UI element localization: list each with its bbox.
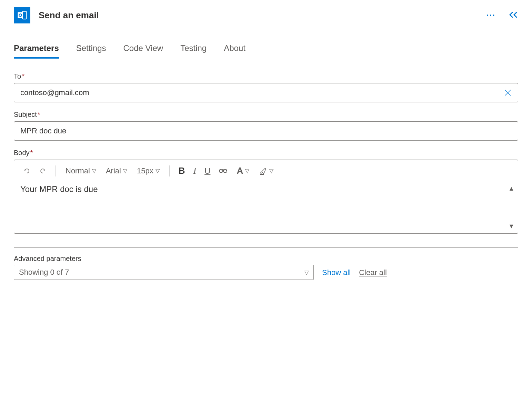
font-dropdown[interactable]: Arial ▽ xyxy=(102,164,131,178)
format-label: Normal xyxy=(66,166,90,175)
link-button[interactable] xyxy=(216,166,230,176)
svg-rect-1 xyxy=(22,11,26,19)
subject-label-text: Subject xyxy=(14,111,37,118)
tab-testing[interactable]: Testing xyxy=(180,41,207,59)
toolbar-separator xyxy=(169,165,170,176)
size-label: 15px xyxy=(137,166,153,175)
underline-button[interactable]: U xyxy=(202,164,213,178)
editor-scroll: ▲ ▼ xyxy=(508,185,514,230)
outlook-icon xyxy=(14,7,30,23)
editor-body-area: Your MPR doc is due ▲ ▼ xyxy=(14,182,518,233)
collapse-panel-button[interactable] xyxy=(509,10,518,21)
editor-toolbar: Normal ▽ Arial ▽ 15px ▽ B I U A ▽ xyxy=(14,160,518,182)
svg-rect-0 xyxy=(18,12,23,18)
required-asterisk: * xyxy=(30,149,33,156)
tab-about[interactable]: About xyxy=(224,41,245,59)
body-editor: Normal ▽ Arial ▽ 15px ▽ B I U A ▽ xyxy=(14,160,518,234)
bold-button[interactable]: B xyxy=(176,163,188,178)
show-all-button[interactable]: Show all xyxy=(322,268,351,280)
to-label-text: To xyxy=(14,72,21,80)
body-label-text: Body xyxy=(14,149,30,156)
body-label: Body* xyxy=(14,149,518,157)
italic-button[interactable]: I xyxy=(190,164,199,178)
chevron-down-icon: ▽ xyxy=(155,168,160,174)
panel-title: Send an email xyxy=(39,10,99,21)
font-label: Arial xyxy=(106,166,121,175)
to-input-wrapper xyxy=(14,83,518,102)
header-right: ··· xyxy=(486,10,518,21)
chevron-down-icon: ▽ xyxy=(92,168,96,174)
clear-all-button[interactable]: Clear all xyxy=(359,268,387,280)
toolbar-separator xyxy=(56,165,56,176)
highlight-button[interactable]: ▽ xyxy=(255,165,277,177)
tab-parameters[interactable]: Parameters xyxy=(14,41,59,59)
section-divider xyxy=(14,247,518,248)
chevron-down-icon: ▽ xyxy=(304,269,309,276)
tab-bar: Parameters Settings Code View Testing Ab… xyxy=(14,41,518,59)
tab-settings[interactable]: Settings xyxy=(76,41,106,59)
to-label: To* xyxy=(14,72,518,80)
body-textarea[interactable]: Your MPR doc is due xyxy=(20,184,512,226)
required-asterisk: * xyxy=(22,72,24,80)
header-left: Send an email xyxy=(14,7,99,23)
chevron-down-icon: ▽ xyxy=(245,168,249,174)
font-color-button[interactable]: A ▽ xyxy=(233,163,253,178)
subject-input[interactable] xyxy=(14,122,518,140)
panel-header: Send an email ··· xyxy=(14,7,518,23)
chevron-down-icon: ▽ xyxy=(123,168,127,174)
subject-field-group: Subject* xyxy=(14,111,518,141)
clear-to-button[interactable] xyxy=(498,89,518,97)
undo-button[interactable] xyxy=(20,165,33,177)
format-dropdown[interactable]: Normal ▽ xyxy=(62,164,100,178)
to-input[interactable] xyxy=(14,83,498,102)
size-dropdown[interactable]: 15px ▽ xyxy=(133,164,163,178)
required-asterisk: * xyxy=(38,111,40,118)
subject-input-wrapper xyxy=(14,121,518,141)
subject-label: Subject* xyxy=(14,111,518,119)
advanced-parameters-dropdown[interactable]: Showing 0 of 7 ▽ xyxy=(14,265,314,280)
advanced-parameters-section: Advanced parameters Showing 0 of 7 ▽ Sho… xyxy=(14,255,518,280)
tab-code-view[interactable]: Code View xyxy=(123,41,163,59)
redo-button[interactable] xyxy=(36,165,49,177)
more-options-button[interactable]: ··· xyxy=(486,10,495,20)
advanced-label: Advanced parameters xyxy=(14,255,314,263)
scroll-up-button[interactable]: ▲ xyxy=(508,185,514,192)
to-field-group: To* xyxy=(14,72,518,102)
advanced-showing-text: Showing 0 of 7 xyxy=(19,268,69,277)
scroll-down-button[interactable]: ▼ xyxy=(508,223,514,230)
body-field-group: Body* Normal ▽ Arial ▽ 15px ▽ B xyxy=(14,149,518,234)
advanced-left: Advanced parameters Showing 0 of 7 ▽ xyxy=(14,255,314,280)
chevron-down-icon: ▽ xyxy=(269,168,273,174)
